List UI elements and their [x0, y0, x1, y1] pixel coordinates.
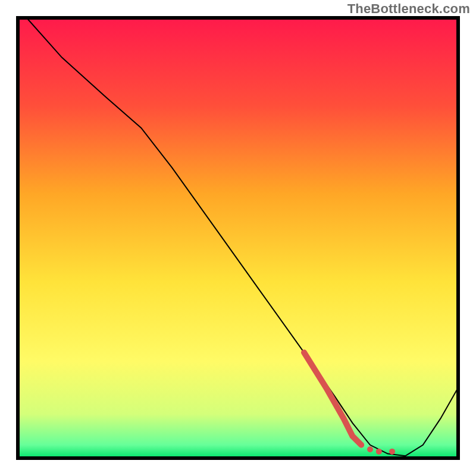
watermark-text: TheBottleneck.com — [347, 1, 470, 17]
chart-svg — [0, 0, 476, 476]
chart-container: TheBottleneck.com — [0, 0, 476, 476]
highlight-dot — [367, 446, 373, 452]
highlight-dot — [389, 449, 395, 455]
plot-background — [18, 18, 458, 458]
highlight-dot — [376, 449, 382, 455]
